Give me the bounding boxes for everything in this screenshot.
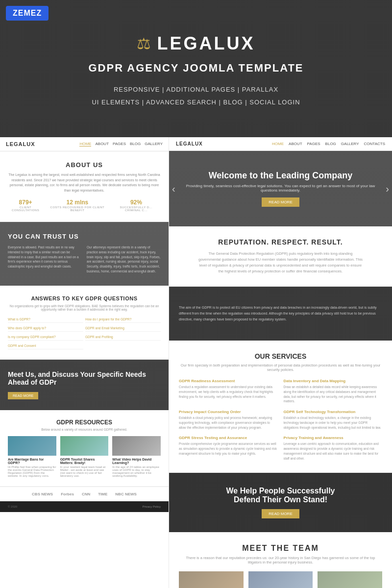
meet-team-subtitle: There is a reason that our reputation pr… (179, 556, 382, 564)
gdpr-item-5[interactable]: Is my company GDPR compliant? (8, 334, 83, 341)
defend-banner: We Help People Successfully Defend Their… (169, 473, 392, 532)
stat-num-1: 879+ (8, 199, 43, 206)
hero-next-arrow[interactable]: › (386, 183, 389, 195)
trust-col-2: Our attorneys represent clients in a var… (87, 245, 161, 274)
service-item-6: Privacy Training and Awareness Leverage … (284, 436, 383, 461)
welcome-subtitle: Providing timely, seamless cost-effectiv… (179, 184, 382, 193)
left-nav: LEGALUX HOME ABOUT PAGES BLOG GALLERY (0, 137, 169, 151)
resources-grid: Are Marriage Bans for GDPR? Hi Phillip f… (8, 436, 161, 477)
team-card-2 (248, 571, 313, 588)
resource-title-2: GDPR Tourist Shares Matters: Brady! (60, 458, 109, 465)
service-text-2: Draw an establish a detailed data record… (284, 385, 383, 404)
gdpr-subtitle: No organizations get to grips with their… (8, 304, 161, 311)
team-grid (179, 571, 382, 588)
service-item-5: GDPR Stress Testing and Assurance Provid… (179, 436, 278, 461)
welcome-cta-button[interactable]: READ MORE (262, 197, 299, 207)
left-nav-links: HOME ABOUT PAGES BLOG GALLERY (79, 142, 163, 147)
gdpr-item-3[interactable]: Who does GDPR apply to? (8, 325, 83, 332)
hero-logo-text: LEGALUX (157, 33, 255, 54)
welcome-title: Welcome to the Leading Company (209, 171, 353, 181)
stat-num-2: 12 mlns (47, 199, 108, 206)
service-title-4: GDPR Self Technology Transformation (284, 410, 383, 414)
zemez-badge: ZEMEZ (6, 6, 49, 21)
right-nav-pages[interactable]: PAGES (307, 142, 320, 146)
resource-card-1: Are Marriage Bans for GDPR? Hi Phillip f… (8, 436, 56, 477)
services-grid: GDPR Readiness Assessment Conduct a regu… (179, 379, 382, 461)
stat-label-3: SUCCESSFULLY D... CRIMINAL C... (112, 206, 161, 212)
left-nav-about[interactable]: ABOUT (95, 142, 109, 147)
left-nav-home[interactable]: HOME (79, 142, 91, 147)
welcome-hero-section: ‹ Welcome to the Leading Company Providi… (169, 151, 392, 226)
right-nav-gallery[interactable]: GALLERY (341, 142, 359, 146)
stats-row: 879+ CLIENT CONSULTATIONS 12 mlns COSTS … (8, 199, 161, 212)
services-subtitle: Our firm specialy in both preparation an… (179, 363, 382, 372)
right-nav-links: HOME ABOUT PAGES BLOG GALLERY CONTACTS (272, 142, 385, 146)
gdpr-item-4[interactable]: GDPR and Email Marketing (85, 325, 161, 332)
service-text-5: Provide comprehensive cycle programme as… (179, 441, 278, 456)
gdpr-item-7[interactable]: GDPR and Consent (8, 343, 83, 349)
services-dark-section: The aim of the GDPR is to protect all EU… (169, 287, 392, 341)
left-preview: LEGALUX HOME ABOUT PAGES BLOG GALLERY AB… (0, 137, 169, 588)
service-title-5: GDPR Stress Testing and Assurance (179, 436, 278, 440)
service-item-3: Privacy Impact Counseling Order Establis… (179, 410, 278, 430)
meet-team-title: MEET THE TEAM (179, 544, 382, 553)
stat-costs: 12 mlns COSTS RECOVERED FOR CLIENT BENEF… (47, 199, 108, 212)
resources-section: GDPR RESOURCES Below around a variety of… (0, 410, 169, 487)
trust-section: YOU CAN TRUST US Everyone is allowed. Pa… (0, 222, 169, 286)
hero-features: RESPONSIVE | ADDITIONAL PAGES | PARALLAX… (92, 83, 300, 109)
defend-title: We Help People Successfully Defend Their… (220, 487, 342, 504)
right-nav-logo: LEGALUX (176, 141, 203, 147)
gdpr-item-6[interactable]: GDPR and Profiling (85, 334, 161, 341)
reputation-title: REPUTATION. RESPECT. RESULT. (179, 238, 382, 246)
scales-icon: ⚖ (137, 34, 151, 53)
resource-image-2 (60, 436, 109, 456)
service-item-4: GDPR Self Technology Transformation Esta… (284, 410, 383, 430)
trust-col-1: Everyone is allowed. Past results are in… (8, 245, 82, 274)
service-text-1: Conduct a regulation assessment to under… (179, 385, 278, 399)
right-nav: LEGALUX HOME ABOUT PAGES BLOG GALLERY CO… (169, 137, 392, 151)
left-nav-gallery[interactable]: GALLERY (145, 142, 163, 147)
media-logos-bar: CBS NEWS Forbes CNN TIME NBC NEWS (0, 487, 169, 501)
stat-consultations: 879+ CLIENT CONSULTATIONS (8, 199, 43, 212)
services-title: OUR SERVICES (179, 352, 382, 360)
about-title: ABOUT US (8, 161, 161, 169)
gdpr-item-1[interactable]: What is GDPR? (8, 316, 83, 323)
resource-text-3: In the age of 24 tables an employee uses… (112, 466, 161, 477)
right-nav-home[interactable]: HOME (272, 142, 284, 146)
about-text: The Legalux is among the largest, most w… (8, 172, 161, 193)
about-section: ABOUT US The Legalux is among the larges… (0, 151, 169, 222)
footer-privacy-link[interactable]: Privacy Policy (143, 505, 161, 508)
media-logo-cnn: CNN (82, 492, 90, 496)
site-footer: © 2020 Privacy Policy (0, 501, 169, 512)
left-nav-pages[interactable]: PAGES (113, 142, 126, 147)
service-item-2: Data Inventory and Data Mapping Draw an … (284, 379, 383, 404)
right-nav-about[interactable]: ABOUT (289, 142, 302, 146)
reputation-text: The General Data Protection Regulation (… (197, 251, 364, 274)
stat-num-3: 92% (112, 199, 161, 206)
right-nav-blog[interactable]: BLOG (325, 142, 336, 146)
hero-logo: ⚖ LEGALUX (137, 33, 255, 54)
service-text-6: Leverage a user-centric approach to comm… (284, 441, 383, 461)
gdpr-title: ANSWERS TO KEY GDPR QUESTIONS (8, 295, 161, 301)
meet-cta-title: Meet Us, and Discuss Your Specific Needs… (8, 370, 161, 386)
hero-section: ⚖ LEGALUX GDPR AGENCY JOOMLA TEMPLATE RE… (0, 0, 392, 137)
hero-prev-arrow[interactable]: ‹ (172, 183, 175, 195)
service-title-3: Privacy Impact Counseling Order (179, 410, 278, 414)
service-text-3: Establish a cloud privacy policy and pro… (179, 416, 278, 430)
service-item-1: GDPR Readiness Assessment Conduct a regu… (179, 379, 278, 404)
media-logo-nbc: NBC NEWS (115, 492, 137, 496)
team-photo-2 (248, 571, 313, 588)
left-nav-logo: LEGALUX (6, 141, 35, 147)
team-photo-3 (318, 571, 382, 588)
meet-cta-button[interactable]: READ MORE (8, 392, 38, 399)
right-nav-contacts[interactable]: CONTACTS (364, 142, 385, 146)
meet-cta-banner: Meet Us, and Discuss Your Specific Needs… (0, 360, 169, 410)
left-nav-blog[interactable]: BLOG (130, 142, 141, 147)
gdpr-item-2[interactable]: How do I prepare for the GDPR? (85, 316, 161, 323)
stat-label-1: CLIENT CONSULTATIONS (8, 206, 43, 212)
team-card-3 (318, 571, 382, 588)
stat-success: 92% SUCCESSFULLY D... CRIMINAL C... (112, 199, 161, 212)
defend-cta-button[interactable]: READ MORE (262, 509, 299, 518)
team-card-1 (179, 571, 244, 588)
media-logo-cbs: CBS NEWS (32, 492, 53, 496)
